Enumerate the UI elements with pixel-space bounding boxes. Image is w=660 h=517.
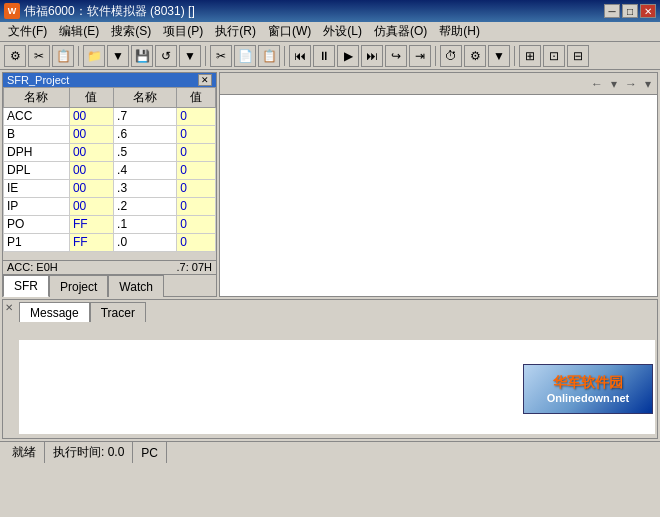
sfr-right-name-4: .3 xyxy=(114,179,177,197)
nav-fwd-button[interactable]: → xyxy=(623,77,639,91)
sfr-row-2: DPH 00 .5 0 xyxy=(4,143,216,161)
tab-message[interactable]: Message xyxy=(19,302,90,322)
sfr-right-val-1[interactable]: 0 xyxy=(177,125,216,143)
toolbar-btn-2[interactable]: ✂ xyxy=(28,45,50,67)
toolbar-btn-9[interactable]: ↪ xyxy=(385,45,407,67)
toolbar-btn-10[interactable]: ⇥ xyxy=(409,45,431,67)
menu-item-s[interactable]: 搜索(S) xyxy=(105,21,157,42)
status-exec-time: 执行时间: 0.0 xyxy=(45,442,133,463)
sfr-left-name-3: DPL xyxy=(4,161,70,179)
watermark-line2: Onlinedown.net xyxy=(547,392,630,404)
sfr-right-val-5[interactable]: 0 xyxy=(177,197,216,215)
sfr-tab-bar: SFR Project Watch xyxy=(3,274,216,296)
toolbar-btn-6[interactable]: 💾 xyxy=(131,45,153,67)
sfr-left-val-4[interactable]: 00 xyxy=(69,179,113,197)
tab-project[interactable]: Project xyxy=(49,275,108,297)
right-panel: ← ▾ → ▾ xyxy=(219,72,658,297)
toolbar-btn-paste[interactable]: 📋 xyxy=(258,45,280,67)
sfr-left-name-2: DPH xyxy=(4,143,70,161)
code-area[interactable] xyxy=(219,94,658,297)
toolbar-btn-3[interactable]: 📋 xyxy=(52,45,74,67)
watermark: 华军软件园 Onlinedown.net xyxy=(523,364,653,414)
toolbar-btn-step[interactable]: ⏭ xyxy=(361,45,383,67)
toolbar-btn-5[interactable]: ▼ xyxy=(107,45,129,67)
menu-item-o[interactable]: 仿真器(O) xyxy=(368,21,433,42)
sfr-left-val-7[interactable]: FF xyxy=(69,233,113,251)
menu-item-r[interactable]: 执行(R) xyxy=(209,21,262,42)
bottom-panel: ✕ Message Tracer 华军软件园 Onlinedown.net xyxy=(2,299,658,439)
toolbar-btn-copy[interactable]: 📄 xyxy=(234,45,256,67)
toolbar-btn-14[interactable]: ⊞ xyxy=(519,45,541,67)
watermark-line1: 华军软件园 xyxy=(553,374,623,392)
sfr-scroll-area[interactable]: 名称 值 名称 值 ACC 00 .7 0 B 00 .6 0 DPH 00 xyxy=(3,87,216,260)
sfr-left-val-3[interactable]: 00 xyxy=(69,161,113,179)
status-pc: PC xyxy=(133,442,167,463)
bottom-panel-close[interactable]: ✕ xyxy=(5,302,13,313)
sfr-row-3: DPL 00 .4 0 xyxy=(4,161,216,179)
menu-item-f[interactable]: 文件(F) xyxy=(2,21,53,42)
sfr-left-val-0[interactable]: 00 xyxy=(69,107,113,125)
main-area: SFR_Project ✕ 名称 值 名称 值 ACC 0 xyxy=(0,70,660,299)
close-button[interactable]: ✕ xyxy=(640,4,656,18)
sfr-status-right: .7: 07H xyxy=(177,261,212,273)
nav-fwd-dropdown[interactable]: ▾ xyxy=(643,77,653,91)
sfr-panel-close[interactable]: ✕ xyxy=(198,74,212,86)
toolbar-btn-cut[interactable]: ✂ xyxy=(210,45,232,67)
sfr-left-val-5[interactable]: 00 xyxy=(69,197,113,215)
sfr-left-val-2[interactable]: 00 xyxy=(69,143,113,161)
sfr-status-bar: ACC: E0H .7: 07H xyxy=(3,260,216,274)
toolbar-sep-1 xyxy=(78,46,79,66)
menu-item-l[interactable]: 外设(L) xyxy=(317,21,368,42)
toolbar-sep-4 xyxy=(435,46,436,66)
menu-item-e[interactable]: 编辑(E) xyxy=(53,21,105,42)
sfr-table-container: 名称 值 名称 值 ACC 00 .7 0 B 00 .6 0 DPH 00 xyxy=(3,87,216,260)
toolbar-btn-12[interactable]: ⚙ xyxy=(464,45,486,67)
toolbar-btn-15[interactable]: ⊡ xyxy=(543,45,565,67)
title-bar: W 伟福6000：软件模拟器 (8031) [] ─ □ ✕ xyxy=(0,0,660,22)
tab-sfr[interactable]: SFR xyxy=(3,275,49,297)
sfr-right-name-1: .6 xyxy=(114,125,177,143)
sfr-table: 名称 值 名称 值 ACC 00 .7 0 B 00 .6 0 DPH 00 xyxy=(3,87,216,252)
nav-back-button[interactable]: ← xyxy=(589,77,605,91)
sfr-col-name-header: 名称 xyxy=(4,87,70,107)
sfr-right-val-3[interactable]: 0 xyxy=(177,161,216,179)
sfr-panel: SFR_Project ✕ 名称 值 名称 值 ACC 0 xyxy=(2,72,217,297)
status-ready: 就绪 xyxy=(4,442,45,463)
toolbar-btn-13[interactable]: ▼ xyxy=(488,45,510,67)
toolbar-btn-4[interactable]: 📁 xyxy=(83,45,105,67)
status-text: 就绪 xyxy=(12,444,36,461)
maximize-button[interactable]: □ xyxy=(622,4,638,18)
toolbar-btn-run[interactable]: ▶ xyxy=(337,45,359,67)
sfr-right-val-2[interactable]: 0 xyxy=(177,143,216,161)
menu-item-w[interactable]: 窗口(W) xyxy=(262,21,317,42)
minimize-button[interactable]: ─ xyxy=(604,4,620,18)
menu-item-h[interactable]: 帮助(H) xyxy=(433,21,486,42)
nav-back-dropdown[interactable]: ▾ xyxy=(609,77,619,91)
sfr-left-val-6[interactable]: FF xyxy=(69,215,113,233)
toolbar-btn-pause[interactable]: ⏸ xyxy=(313,45,335,67)
sfr-right-name-3: .4 xyxy=(114,161,177,179)
sfr-left-val-1[interactable]: 00 xyxy=(69,125,113,143)
sfr-right-val-0[interactable]: 0 xyxy=(177,107,216,125)
toolbar-btn-start[interactable]: ⏮ xyxy=(289,45,311,67)
toolbar-btn-1[interactable]: ⚙ xyxy=(4,45,26,67)
sfr-right-val-4[interactable]: 0 xyxy=(177,179,216,197)
tab-watch[interactable]: Watch xyxy=(108,275,164,297)
sfr-row-5: IP 00 .2 0 xyxy=(4,197,216,215)
sfr-right-name-5: .2 xyxy=(114,197,177,215)
sfr-right-val-6[interactable]: 0 xyxy=(177,215,216,233)
toolbar-btn-8[interactable]: ▼ xyxy=(179,45,201,67)
sfr-row-1: B 00 .6 0 xyxy=(4,125,216,143)
toolbar-btn-7[interactable]: ↺ xyxy=(155,45,177,67)
toolbar-btn-11[interactable]: ⏱ xyxy=(440,45,462,67)
toolbar-btn-16[interactable]: ⊟ xyxy=(567,45,589,67)
sfr-right-val-7[interactable]: 0 xyxy=(177,233,216,251)
sfr-row-0: ACC 00 .7 0 xyxy=(4,107,216,125)
sfr-left-name-4: IE xyxy=(4,179,70,197)
tab-tracer[interactable]: Tracer xyxy=(90,302,146,322)
sfr-left-name-0: ACC xyxy=(4,107,70,125)
bottom-tab-bar: Message Tracer xyxy=(3,300,657,322)
sfr-row-6: PO FF .1 0 xyxy=(4,215,216,233)
menu-item-p[interactable]: 项目(P) xyxy=(157,21,209,42)
sfr-status-left: ACC: E0H xyxy=(7,261,58,273)
